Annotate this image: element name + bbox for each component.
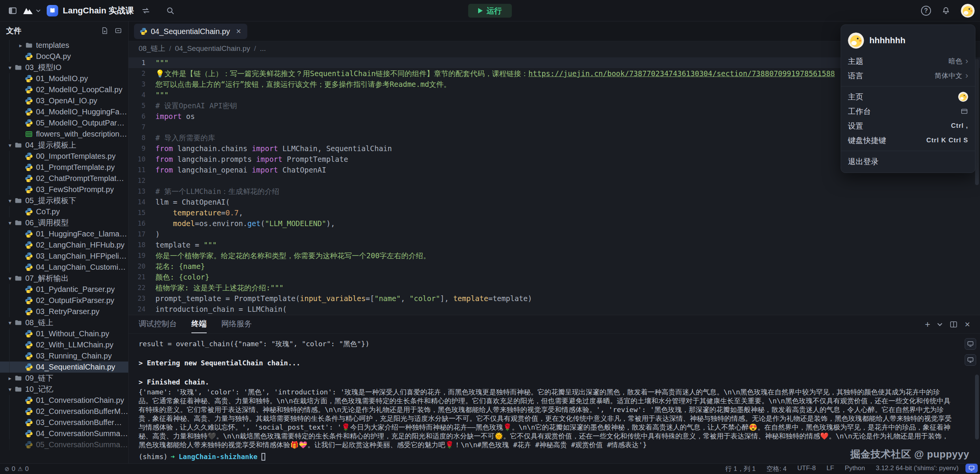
tree-file-item[interactable]: 03_LangChain_HFPipeline.py <box>0 251 128 262</box>
chevron-down-icon[interactable] <box>937 323 942 326</box>
tree-file-item[interactable]: 02_ConversationBufferMemor... <box>0 406 128 417</box>
tree-file-item[interactable]: 00_ImportTemplates.py <box>0 151 128 162</box>
tree-folder-item[interactable]: ▾04_提示模板上 <box>0 140 128 151</box>
tree-file-item[interactable]: 04_SequentialChain.py <box>0 362 128 373</box>
chevron-right-icon: ▸ <box>17 42 24 49</box>
problems-indicator[interactable]: ⊘ 0 ⚠ 0 <box>5 465 29 473</box>
code-line[interactable]: 20花名: {name} <box>129 261 980 272</box>
tree-file-item[interactable]: 03_RetryParser.py <box>0 306 128 317</box>
tree-file-item[interactable]: CoT.py <box>0 206 128 217</box>
remote-indicator-button[interactable] <box>965 464 978 473</box>
language-value: 简体中文 <box>935 71 962 80</box>
breadcrumb-segment[interactable]: ... <box>260 44 266 53</box>
code-line[interactable]: 19你是一个植物学家。给定花的名称和类型，你需要为这种花写一个200字左右的介绍… <box>129 250 980 261</box>
tree-file-item[interactable]: 01_HuggingFace_Llama.py <box>0 228 128 239</box>
tree-folder-item[interactable]: ▾06_调用模型 <box>0 217 128 228</box>
tree-folder-item[interactable]: ▸templates <box>0 40 128 51</box>
tree-folder-item[interactable]: ▾03_模型IO <box>0 62 128 73</box>
editor-tab-label: 04_SequentialChain.py <box>151 27 230 36</box>
tree-file-item[interactable]: 05_ConversationSummaryBuff... <box>0 439 128 450</box>
menu-item-theme[interactable]: 主题 暗色 › <box>841 54 975 68</box>
collapse-folders-icon[interactable] <box>114 27 122 34</box>
terminal-tab-debug-console[interactable]: 调试控制台 <box>139 315 177 333</box>
search-button[interactable] <box>163 3 178 18</box>
status-eol[interactable]: LF <box>826 464 834 473</box>
notifications-button[interactable] <box>939 3 953 18</box>
menu-item-workspace[interactable]: 工作台 <box>841 104 975 119</box>
terminal-prompt[interactable]: (shims)➜LangChain-shizhanke <box>139 451 953 462</box>
switch-project-button[interactable] <box>139 3 153 18</box>
status-interpreter[interactable]: 3.12.2 64-bit ('shims': pyenv) <box>876 464 959 473</box>
status-cursor-position[interactable]: 行 1，列 1 <box>725 464 756 473</box>
code-line[interactable]: 13# 第一个LLMChain：生成鲜花的介绍 <box>129 186 980 197</box>
tree-folder-item[interactable]: ▸09_链下 <box>0 373 128 384</box>
tree-file-item[interactable]: 01_Pydantic_Parser.py <box>0 284 128 295</box>
tree-file-item[interactable]: 02_OutputFixParser.py <box>0 295 128 306</box>
code-line[interactable]: 23prompt_template = PromptTemplate(input… <box>129 293 980 304</box>
code-line[interactable]: 16 model=os.environ.get("LLM_MODELEND"), <box>129 218 980 229</box>
code-line[interactable]: 17) <box>129 229 980 239</box>
code-line[interactable]: 18template = """ <box>129 239 980 250</box>
tree-file-item[interactable]: 04_LangChain_CustomizeMod... <box>0 262 128 273</box>
new-file-icon[interactable] <box>101 26 108 35</box>
tree-file-item[interactable]: 02_ChatPromptTemplate.py <box>0 173 128 184</box>
tree-file-item[interactable]: 04_ModelIO_HuggingFace.py <box>0 106 128 117</box>
tree-folder-item[interactable]: ▾10_记忆 <box>0 384 128 395</box>
tree-file-item[interactable]: DocQA.py <box>0 51 128 62</box>
menu-item-logout[interactable]: 退出登录 <box>841 154 975 169</box>
tree-file-item[interactable]: 03_Running_Chain.py <box>0 350 128 362</box>
app-logo[interactable] <box>22 6 41 15</box>
open-external-button[interactable] <box>965 354 976 366</box>
status-encoding[interactable]: UTF-8 <box>797 464 816 473</box>
help-button[interactable]: ? <box>921 6 931 16</box>
code-line[interactable]: 21颜色: {color} <box>129 272 980 282</box>
tree-file-item[interactable]: 02_ModelIO_LoopCall.py <box>0 84 128 95</box>
tree-file-item[interactable]: 01_ConversationChain.py <box>0 395 128 406</box>
tree-file-item[interactable]: 01_Without_Chain.py <box>0 328 128 339</box>
close-tab-icon[interactable]: × <box>236 27 241 36</box>
breadcrumb-segment[interactable]: 04_SequentialChain.py <box>175 44 250 53</box>
terminal-tab-network[interactable]: 网络服务 <box>221 315 252 333</box>
code-line[interactable]: 14llm = ChatOpenAI( <box>129 197 980 207</box>
tree-file-item[interactable]: 02_With_LLMChain.py <box>0 339 128 350</box>
tree-file-item[interactable]: 03_FewShotPrompt.py <box>0 184 128 195</box>
code-line[interactable]: 22植物学家: 这是关于上述花的介绍:""" <box>129 282 980 293</box>
tree-file-item[interactable]: 03_OpenAI_IO.py <box>0 95 128 106</box>
editor-tab[interactable]: 04_SequentialChain.py × <box>134 24 247 39</box>
project-title[interactable]: LangChain 实战课 <box>63 5 134 16</box>
status-indentation[interactable]: 空格: 4 <box>766 464 787 473</box>
status-language[interactable]: Python <box>845 464 865 473</box>
tree-file-item[interactable]: 01_PromptTemplate.py <box>0 162 128 173</box>
menu-item-home[interactable]: 主页 <box>841 90 975 104</box>
tree-file-item[interactable]: 03_ConversationBufferWindo... <box>0 417 128 428</box>
tree-file-item[interactable]: flowers_with_descriptions.csv <box>0 129 128 140</box>
tree-file-item[interactable]: 04_ConversationSummaryMe... <box>0 428 128 439</box>
watermark: 掘金技术社区 @ puppyyy <box>850 448 969 461</box>
tree-file-item[interactable]: 02_LangChain_HFHub.py <box>0 239 128 251</box>
run-button[interactable]: 运行 <box>468 4 512 18</box>
close-panel-icon[interactable]: × <box>965 320 970 329</box>
tree-folder-item[interactable]: ▾07_解析输出 <box>0 273 128 284</box>
menu-item-keyboard-shortcuts[interactable]: 键盘快捷键 Ctrl K Ctrl S <box>841 133 975 148</box>
code-line[interactable]: 15 temperature=0.7, <box>129 207 980 218</box>
code-line[interactable]: 24introduction_chain = LLMChain( <box>129 304 980 314</box>
tree-item-label: 01_ModelIO.py <box>36 74 88 83</box>
menu-item-settings[interactable]: 设置 Ctrl , <box>841 119 975 133</box>
toggle-sidebar-button[interactable] <box>5 3 20 18</box>
terminal-tab-terminal[interactable]: 终端 <box>191 315 207 333</box>
breadcrumb-segment[interactable]: 08_链上 <box>139 44 165 54</box>
new-terminal-button[interactable]: + <box>925 320 930 329</box>
tree-file-item[interactable]: 01_ModelIO.py <box>0 73 128 84</box>
tree-folder-item[interactable]: ▾05_提示模板下 <box>0 195 128 206</box>
menu-item-language[interactable]: 语言 简体中文 › <box>841 68 975 83</box>
terminal-scrollbar[interactable] <box>975 375 979 440</box>
editor-scrollbar[interactable] <box>975 59 979 185</box>
split-panel-icon[interactable] <box>949 320 958 329</box>
tree-file-item[interactable]: 05_ModelIO_OutputParser.py <box>0 117 128 129</box>
user-avatar[interactable] <box>961 4 975 18</box>
terminal-output[interactable]: result = overall_chain({"name": "玫瑰", "c… <box>129 334 980 463</box>
settings-shortcut: Ctrl , <box>951 122 968 130</box>
code-line[interactable]: 12 <box>129 175 980 186</box>
tree-folder-item[interactable]: ▾08_链上 <box>0 317 128 328</box>
open-preview-button[interactable] <box>965 338 976 350</box>
